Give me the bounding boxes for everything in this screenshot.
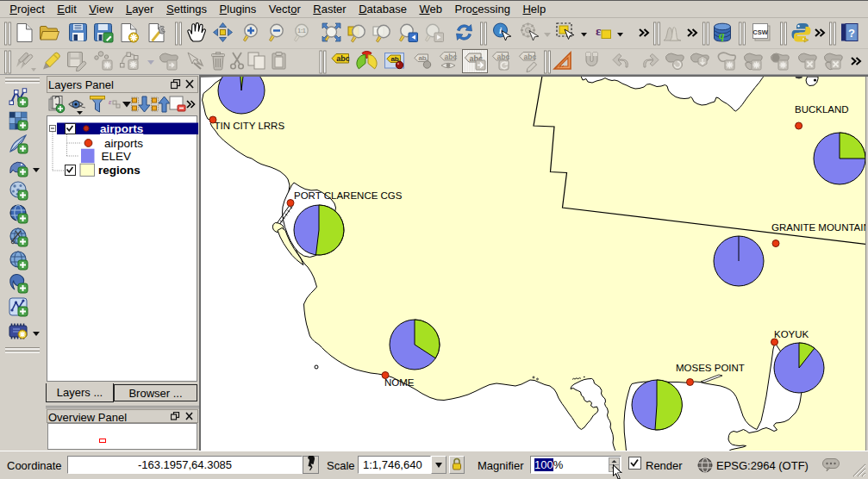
svg-text:KOYUK: KOYUK <box>774 329 809 339</box>
svg-text:?: ? <box>848 27 855 40</box>
svg-text:airports: airports <box>100 122 143 135</box>
svg-text:TIN CITY LRRS: TIN CITY LRRS <box>215 121 285 131</box>
svg-text:BUCKLAND: BUCKLAND <box>795 104 849 115</box>
svg-text:ab: ab <box>418 54 426 62</box>
svg-text:GRANITE MOUNTAIN: GRANITE MOUNTAIN <box>771 222 865 233</box>
svg-text:abc: abc <box>445 53 458 61</box>
svg-text:1:1: 1:1 <box>297 28 306 34</box>
svg-text:ELEV: ELEV <box>102 150 132 163</box>
svg-text:MOSES POINT: MOSES POINT <box>676 363 745 373</box>
svg-text:regions: regions <box>98 164 141 177</box>
svg-text:airports: airports <box>104 137 143 150</box>
svg-text:ε: ε <box>109 97 112 106</box>
svg-text:NOME: NOME <box>384 377 415 388</box>
svg-text:PORT CLARENCE CGS: PORT CLARENCE CGS <box>294 190 403 201</box>
svg-text:ε: ε <box>596 24 602 38</box>
svg-text:q: q <box>719 28 725 41</box>
svg-text:CSW: CSW <box>752 28 768 36</box>
svg-text:abc: abc <box>336 54 350 63</box>
svg-text:abc: abc <box>497 53 510 61</box>
svg-text:abc: abc <box>524 53 537 61</box>
